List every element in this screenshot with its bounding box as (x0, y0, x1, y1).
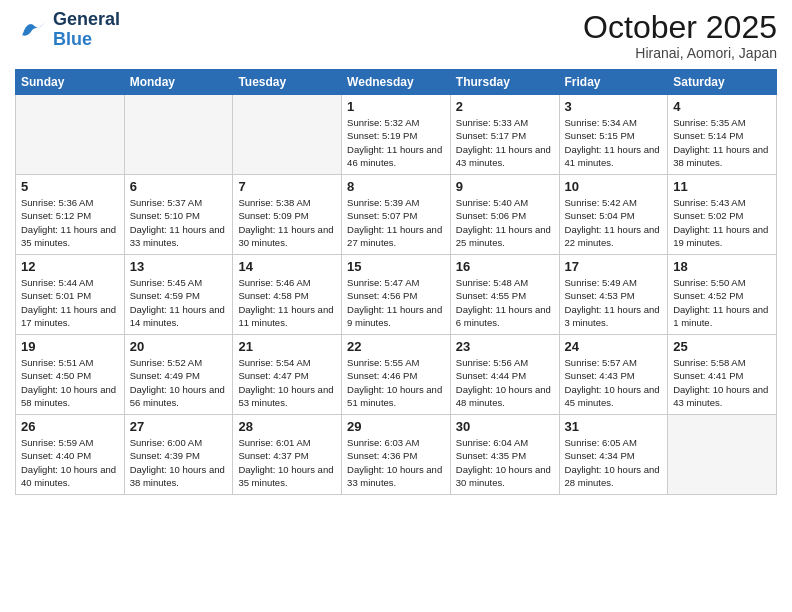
calendar-cell: 1Sunrise: 5:32 AM Sunset: 5:19 PM Daylig… (342, 95, 451, 175)
day-info: Sunrise: 5:42 AM Sunset: 5:04 PM Dayligh… (565, 196, 663, 249)
calendar-cell: 8Sunrise: 5:39 AM Sunset: 5:07 PM Daylig… (342, 175, 451, 255)
calendar-cell (16, 95, 125, 175)
title-block: October 2025 Hiranai, Aomori, Japan (583, 10, 777, 61)
calendar-cell: 30Sunrise: 6:04 AM Sunset: 4:35 PM Dayli… (450, 415, 559, 495)
day-number: 13 (130, 259, 228, 274)
day-info: Sunrise: 5:48 AM Sunset: 4:55 PM Dayligh… (456, 276, 554, 329)
day-info: Sunrise: 5:55 AM Sunset: 4:46 PM Dayligh… (347, 356, 445, 409)
day-number: 10 (565, 179, 663, 194)
day-number: 18 (673, 259, 771, 274)
logo-icon (15, 10, 51, 50)
calendar-cell: 31Sunrise: 6:05 AM Sunset: 4:34 PM Dayli… (559, 415, 668, 495)
calendar-cell: 14Sunrise: 5:46 AM Sunset: 4:58 PM Dayli… (233, 255, 342, 335)
calendar-cell: 2Sunrise: 5:33 AM Sunset: 5:17 PM Daylig… (450, 95, 559, 175)
day-number: 27 (130, 419, 228, 434)
calendar-cell: 27Sunrise: 6:00 AM Sunset: 4:39 PM Dayli… (124, 415, 233, 495)
day-info: Sunrise: 5:33 AM Sunset: 5:17 PM Dayligh… (456, 116, 554, 169)
logo: General Blue (15, 10, 120, 50)
day-number: 26 (21, 419, 119, 434)
day-info: Sunrise: 5:40 AM Sunset: 5:06 PM Dayligh… (456, 196, 554, 249)
day-number: 1 (347, 99, 445, 114)
calendar-cell: 17Sunrise: 5:49 AM Sunset: 4:53 PM Dayli… (559, 255, 668, 335)
day-number: 23 (456, 339, 554, 354)
day-info: Sunrise: 6:04 AM Sunset: 4:35 PM Dayligh… (456, 436, 554, 489)
day-info: Sunrise: 5:49 AM Sunset: 4:53 PM Dayligh… (565, 276, 663, 329)
day-info: Sunrise: 5:38 AM Sunset: 5:09 PM Dayligh… (238, 196, 336, 249)
day-number: 7 (238, 179, 336, 194)
day-number: 11 (673, 179, 771, 194)
day-number: 5 (21, 179, 119, 194)
day-info: Sunrise: 5:37 AM Sunset: 5:10 PM Dayligh… (130, 196, 228, 249)
day-info: Sunrise: 5:57 AM Sunset: 4:43 PM Dayligh… (565, 356, 663, 409)
day-info: Sunrise: 5:36 AM Sunset: 5:12 PM Dayligh… (21, 196, 119, 249)
day-info: Sunrise: 6:00 AM Sunset: 4:39 PM Dayligh… (130, 436, 228, 489)
day-info: Sunrise: 5:50 AM Sunset: 4:52 PM Dayligh… (673, 276, 771, 329)
calendar-week-2: 5Sunrise: 5:36 AM Sunset: 5:12 PM Daylig… (16, 175, 777, 255)
day-info: Sunrise: 5:51 AM Sunset: 4:50 PM Dayligh… (21, 356, 119, 409)
location: Hiranai, Aomori, Japan (583, 45, 777, 61)
day-number: 2 (456, 99, 554, 114)
day-info: Sunrise: 6:03 AM Sunset: 4:36 PM Dayligh… (347, 436, 445, 489)
weekday-header-wednesday: Wednesday (342, 70, 451, 95)
calendar-week-3: 12Sunrise: 5:44 AM Sunset: 5:01 PM Dayli… (16, 255, 777, 335)
calendar-cell: 23Sunrise: 5:56 AM Sunset: 4:44 PM Dayli… (450, 335, 559, 415)
day-info: Sunrise: 5:47 AM Sunset: 4:56 PM Dayligh… (347, 276, 445, 329)
calendar-cell: 20Sunrise: 5:52 AM Sunset: 4:49 PM Dayli… (124, 335, 233, 415)
day-info: Sunrise: 6:01 AM Sunset: 4:37 PM Dayligh… (238, 436, 336, 489)
day-number: 6 (130, 179, 228, 194)
day-number: 9 (456, 179, 554, 194)
day-number: 4 (673, 99, 771, 114)
logo-text-block: General Blue (53, 10, 120, 50)
day-number: 22 (347, 339, 445, 354)
calendar-cell: 7Sunrise: 5:38 AM Sunset: 5:09 PM Daylig… (233, 175, 342, 255)
day-info: Sunrise: 5:39 AM Sunset: 5:07 PM Dayligh… (347, 196, 445, 249)
day-number: 12 (21, 259, 119, 274)
day-info: Sunrise: 5:56 AM Sunset: 4:44 PM Dayligh… (456, 356, 554, 409)
day-number: 14 (238, 259, 336, 274)
day-number: 21 (238, 339, 336, 354)
calendar-week-5: 26Sunrise: 5:59 AM Sunset: 4:40 PM Dayli… (16, 415, 777, 495)
calendar-cell: 12Sunrise: 5:44 AM Sunset: 5:01 PM Dayli… (16, 255, 125, 335)
weekday-header-sunday: Sunday (16, 70, 125, 95)
calendar-cell: 22Sunrise: 5:55 AM Sunset: 4:46 PM Dayli… (342, 335, 451, 415)
weekday-header-monday: Monday (124, 70, 233, 95)
calendar-cell: 4Sunrise: 5:35 AM Sunset: 5:14 PM Daylig… (668, 95, 777, 175)
day-number: 16 (456, 259, 554, 274)
day-number: 15 (347, 259, 445, 274)
day-info: Sunrise: 5:44 AM Sunset: 5:01 PM Dayligh… (21, 276, 119, 329)
day-number: 8 (347, 179, 445, 194)
calendar-cell: 6Sunrise: 5:37 AM Sunset: 5:10 PM Daylig… (124, 175, 233, 255)
calendar-cell: 3Sunrise: 5:34 AM Sunset: 5:15 PM Daylig… (559, 95, 668, 175)
day-number: 24 (565, 339, 663, 354)
day-info: Sunrise: 5:59 AM Sunset: 4:40 PM Dayligh… (21, 436, 119, 489)
day-number: 30 (456, 419, 554, 434)
calendar-cell: 13Sunrise: 5:45 AM Sunset: 4:59 PM Dayli… (124, 255, 233, 335)
day-info: Sunrise: 5:45 AM Sunset: 4:59 PM Dayligh… (130, 276, 228, 329)
calendar-cell: 15Sunrise: 5:47 AM Sunset: 4:56 PM Dayli… (342, 255, 451, 335)
day-info: Sunrise: 5:35 AM Sunset: 5:14 PM Dayligh… (673, 116, 771, 169)
weekday-header-tuesday: Tuesday (233, 70, 342, 95)
calendar-cell: 28Sunrise: 6:01 AM Sunset: 4:37 PM Dayli… (233, 415, 342, 495)
day-number: 25 (673, 339, 771, 354)
weekday-header-saturday: Saturday (668, 70, 777, 95)
calendar-cell (233, 95, 342, 175)
day-info: Sunrise: 5:43 AM Sunset: 5:02 PM Dayligh… (673, 196, 771, 249)
weekday-header-thursday: Thursday (450, 70, 559, 95)
calendar-cell: 10Sunrise: 5:42 AM Sunset: 5:04 PM Dayli… (559, 175, 668, 255)
calendar-cell: 26Sunrise: 5:59 AM Sunset: 4:40 PM Dayli… (16, 415, 125, 495)
weekday-header-row: SundayMondayTuesdayWednesdayThursdayFrid… (16, 70, 777, 95)
calendar-cell: 18Sunrise: 5:50 AM Sunset: 4:52 PM Dayli… (668, 255, 777, 335)
logo-general: General (53, 10, 120, 30)
logo-blue: Blue (53, 30, 120, 50)
day-number: 17 (565, 259, 663, 274)
calendar-cell (124, 95, 233, 175)
header: General Blue October 2025 Hiranai, Aomor… (15, 10, 777, 61)
calendar-cell: 9Sunrise: 5:40 AM Sunset: 5:06 PM Daylig… (450, 175, 559, 255)
calendar-cell: 11Sunrise: 5:43 AM Sunset: 5:02 PM Dayli… (668, 175, 777, 255)
calendar-cell: 16Sunrise: 5:48 AM Sunset: 4:55 PM Dayli… (450, 255, 559, 335)
day-info: Sunrise: 5:58 AM Sunset: 4:41 PM Dayligh… (673, 356, 771, 409)
day-number: 31 (565, 419, 663, 434)
day-info: Sunrise: 5:32 AM Sunset: 5:19 PM Dayligh… (347, 116, 445, 169)
day-number: 28 (238, 419, 336, 434)
day-info: Sunrise: 5:54 AM Sunset: 4:47 PM Dayligh… (238, 356, 336, 409)
